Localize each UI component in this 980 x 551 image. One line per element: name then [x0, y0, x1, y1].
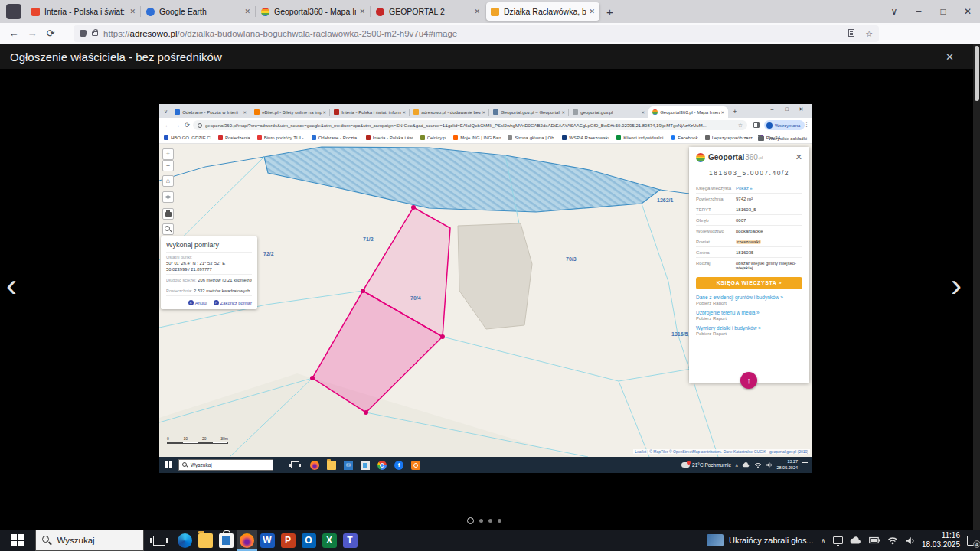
- tab-close-icon[interactable]: ✕: [562, 110, 566, 115]
- gallery-dot-active[interactable]: [467, 517, 474, 524]
- profile-chip[interactable]: Wstrzymana: [764, 120, 805, 130]
- bookmark-item[interactable]: Odebrane - Poczta...: [312, 135, 359, 140]
- chrome-icon[interactable]: [377, 461, 387, 470]
- file-explorer-icon[interactable]: [327, 461, 336, 470]
- bookmark-item[interactable]: Klienci indywidualni...: [616, 135, 664, 140]
- network-icon[interactable]: [754, 462, 762, 468]
- task-view-icon[interactable]: [153, 536, 165, 546]
- minimize-button[interactable]: –: [765, 104, 779, 115]
- microsoft-store-icon[interactable]: [216, 530, 237, 551]
- gallery-dot[interactable]: [488, 519, 492, 523]
- file-explorer-icon[interactable]: [195, 530, 216, 551]
- taskbar-search[interactable]: Wyszukaj: [178, 459, 273, 471]
- map-attribution[interactable]: Leaflet | © MapTiler © OpenStreetMap con…: [633, 449, 810, 454]
- new-tab-button[interactable]: +: [606, 5, 613, 18]
- forward-button[interactable]: →: [172, 122, 182, 129]
- scroll-top-button[interactable]: ↑: [740, 372, 757, 389]
- tab-google-earth[interactable]: Google Earth ✕: [142, 2, 255, 21]
- list-tabs-icon[interactable]: ∨: [882, 6, 906, 17]
- new-tab-button[interactable]: +: [733, 108, 737, 116]
- task-view-icon[interactable]: [291, 461, 299, 468]
- back-button[interactable]: ←: [162, 122, 172, 129]
- tab-search-icon[interactable]: ∨: [164, 109, 168, 115]
- volume-icon[interactable]: [905, 536, 915, 546]
- onedrive-icon[interactable]: [850, 536, 862, 545]
- onedrive-icon[interactable]: [742, 462, 750, 468]
- notification-icon[interactable]: [802, 462, 808, 468]
- reload-button[interactable]: ⟳: [41, 28, 60, 39]
- gallery-prev-button[interactable]: ‹: [6, 269, 17, 302]
- bookmark-item[interactable]: Strona główna | Ob...: [508, 135, 555, 140]
- tab-close-icon[interactable]: ✕: [244, 8, 250, 15]
- taskbar-search[interactable]: Wyszukaj: [35, 530, 144, 551]
- close-button[interactable]: ✕: [956, 6, 980, 17]
- settings-app-icon[interactable]: [411, 461, 420, 470]
- firefox-view-button[interactable]: [6, 4, 21, 19]
- bookmark-item[interactable]: Moje ING | ING Ban...: [453, 135, 501, 140]
- firefox-icon-active[interactable]: [237, 530, 257, 551]
- map-search-button[interactable]: [162, 223, 174, 235]
- print-button[interactable]: [162, 208, 174, 220]
- tab-geoportal360[interactable]: Geoportal360 - Mapa Interakty... ✕: [256, 2, 370, 21]
- excel-icon[interactable]: X: [319, 530, 340, 551]
- facebook-icon[interactable]: f: [394, 461, 403, 470]
- page-scrollbar[interactable]: [973, 44, 980, 530]
- teams-tray-icon[interactable]: [833, 536, 843, 544]
- start-button[interactable]: [11, 534, 24, 546]
- reader-mode-icon[interactable]: [848, 29, 854, 37]
- report-link[interactable]: Wymiary działki i budynków »: [696, 325, 802, 331]
- taskbar-clock[interactable]: 13:27 28.05.2024: [776, 459, 798, 470]
- battery-icon[interactable]: [869, 536, 880, 544]
- bookmark-item[interactable]: Facebook: [671, 135, 697, 140]
- bookmark-star-icon[interactable]: ☆: [865, 29, 873, 39]
- tab-close-icon[interactable]: ✕: [243, 110, 247, 115]
- minimize-button[interactable]: –: [906, 6, 931, 17]
- tray-chevron-icon[interactable]: ∧: [821, 536, 826, 545]
- start-button[interactable]: [165, 461, 172, 468]
- address-bar[interactable]: https://adresowo.pl/o/dzialka-budowlana-…: [74, 25, 879, 42]
- ksiega-wieczysta-button[interactable]: KSIĘGA WIECZYSTA »: [696, 277, 802, 289]
- tab-close-icon[interactable]: ✕: [129, 8, 136, 15]
- layers-button[interactable]: [162, 191, 174, 203]
- banner-close-icon[interactable]: ✕: [946, 51, 954, 63]
- gallery-dot[interactable]: [498, 519, 501, 523]
- side-panel-icon[interactable]: [753, 122, 760, 128]
- weather-widget[interactable]: 21°C Pochmurnie: [681, 462, 731, 468]
- powerpoint-icon[interactable]: P: [278, 530, 299, 551]
- teams-icon[interactable]: T: [340, 530, 361, 551]
- close-button[interactable]: ✕: [794, 104, 808, 115]
- kw-show-link[interactable]: Pokaż »: [736, 186, 753, 191]
- tab-close-icon[interactable]: ✕: [323, 110, 327, 115]
- omnibox[interactable]: geoportal360.pl/map/?src=adwords&utm_sou…: [193, 120, 747, 130]
- tab-geoportal2[interactable]: GEOPORTAL 2 ✕: [371, 2, 485, 21]
- scrollbar-thumb[interactable]: [975, 46, 979, 101]
- reload-button[interactable]: ⟳: [182, 122, 192, 129]
- tab-close-icon[interactable]: ✕: [474, 8, 480, 15]
- volume-icon[interactable]: [766, 461, 773, 468]
- tab-close-icon[interactable]: ✕: [642, 110, 645, 115]
- tab-close-icon[interactable]: ✕: [721, 110, 725, 115]
- wifi-icon[interactable]: [887, 536, 898, 545]
- cancel-measure-button[interactable]: ✕ Anuluj: [188, 300, 207, 305]
- bookmarks-overflow-icon[interactable]: »: [745, 135, 748, 141]
- back-button[interactable]: ←: [5, 28, 23, 39]
- tab-dzialka-active[interactable]: Działka Racławówka, bez pośre... ✕: [486, 2, 599, 21]
- mail-icon[interactable]: ✉: [344, 461, 353, 470]
- report-link[interactable]: Dane z ewidencji gruntów i budynków »: [696, 295, 802, 300]
- home-button[interactable]: ⌂: [162, 175, 174, 187]
- forward-button[interactable]: →: [23, 28, 41, 39]
- word-icon[interactable]: W: [257, 530, 278, 551]
- chrome-menu-icon[interactable]: ⋮: [804, 122, 809, 128]
- tab-close-icon[interactable]: ✕: [482, 110, 486, 115]
- tray-chevron-icon[interactable]: ∧: [735, 462, 738, 468]
- zoom-in-button[interactable]: +: [162, 148, 174, 160]
- tab-odebrane[interactable]: Odebrane - Poczta w Interii ✕: [171, 106, 250, 118]
- tab-geoportal360-active[interactable]: Geoportal360.pl - Mapa Intera... ✕: [648, 106, 728, 118]
- photos-icon[interactable]: [361, 461, 370, 470]
- taskbar-clock[interactable]: 11:16 18.03.2025: [922, 531, 960, 550]
- bookmark-item[interactable]: Biuro podróży TUI -...: [257, 135, 305, 140]
- panel-close-icon[interactable]: ✕: [795, 152, 802, 162]
- report-link[interactable]: Uzbrojenie terenu w media »: [696, 310, 802, 315]
- lock-icon[interactable]: [92, 31, 98, 36]
- bookmark-item[interactable]: Posiedzenia: [218, 135, 250, 140]
